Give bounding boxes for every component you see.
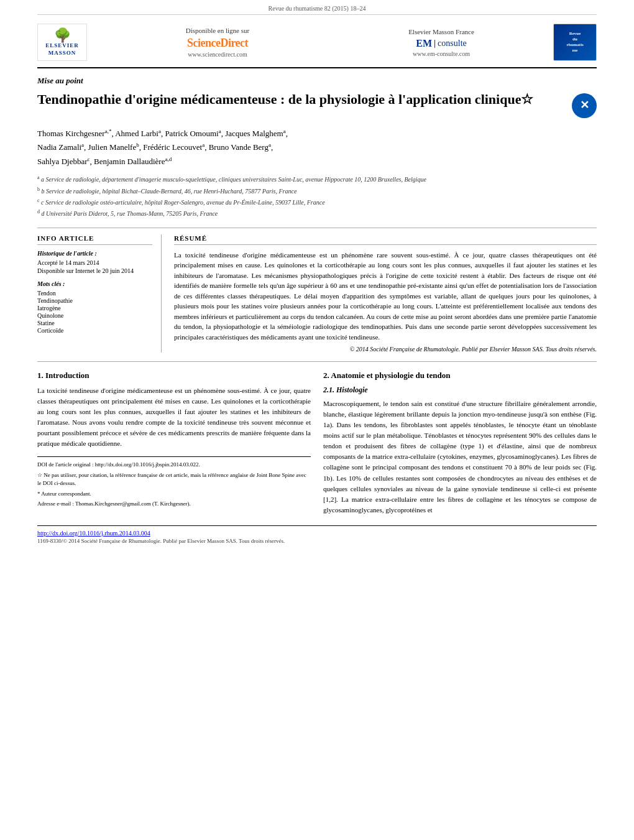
masson-text: MASSON [48,50,76,56]
historique-label: Historique de l'article : [37,250,152,257]
mot-cle-2: Iatrogène [37,305,152,312]
main-title-block: Tendinopathie d'origine médicamenteuse :… [37,91,597,118]
date-accepte: Accepté le 14 mars 2014 [37,259,152,266]
body-right-column: 2. Anatomie et physiologie du tendon 2.1… [323,371,597,520]
elsevier-text: ELSEVIER [45,42,79,48]
header-left: 🌳 ELSEVIER MASSON [37,24,106,61]
resume-copyright: © 2014 Société Française de Rhumatologie… [174,346,597,353]
mot-cle-5: Corticoïde [37,327,152,334]
sciencedirect-block: Disponible en ligne sur ScienceDirect ww… [106,27,329,58]
em-url: www.em-consulte.com [329,50,553,57]
main-title-text: Tendinopathie d'origine médicamenteuse :… [37,91,572,109]
footnote-doi: DOI de l'article original : http://dx.do… [37,461,311,469]
section-divider [37,361,597,362]
affiliation-a: a a Service de radiologie, département d… [37,174,597,184]
article-type: Mise au point [37,76,597,86]
mot-cle-3: Quinolone [37,312,152,319]
elsevier-logo: 🌳 ELSEVIER MASSON [37,24,87,61]
footnote-star-text: ☆ Ne pas utiliser, pour citation, la réf… [37,472,306,487]
crossmark-icon[interactable]: ✕ [572,93,597,118]
mot-cle-4: Statine [37,320,152,326]
histologie-text: Macroscopiquement, le tendon sain est co… [323,399,597,515]
sciencedirect-url: www.sciencedirect.com [106,51,329,58]
author-sahlya: Sahlya Djebbarc, Benjamin Dallaudièrea,d [37,157,172,166]
affiliations-block: a a Service de radiologie, département d… [37,174,597,218]
header-banner: 🌳 ELSEVIER MASSON Disponible en ligne su… [37,20,597,68]
affiliation-a-text: a Service de radiologie, département d'i… [41,177,426,183]
sciencedirect-label: ScienceDirect [106,37,329,50]
mot-cle-0: Tendon [37,290,152,297]
footer-issn: 1169-8330/© 2014 Société Française de Rh… [37,538,597,544]
footnote-area: DOI de l'article original : http://dx.do… [37,456,311,509]
em-text: EM [416,38,432,49]
footer: http://dx.doi.org/10.1016/j.rhum.2014.03… [37,525,597,544]
affiliation-c-text: c Service de radiologie ostéo-articulair… [41,199,325,206]
journal-cover-text: Revuedurhumatisme [564,29,585,55]
journal-label: Revue du rhumatisme 82 (2015) 18–24 [37,0,597,15]
author-nadia: Nadia Zamalia, Julien Manelfeb, Frédéric… [37,142,273,152]
footnote-email: Adresse e-mail : Thomas.Kirchgesner@gmai… [37,500,311,509]
journal-cover: Revuedurhumatisme [553,24,597,61]
elsevier-tree-icon: 🌳 [54,29,71,42]
elsevier-masson-text: Elsevier Masson France [329,28,553,35]
affiliation-b-text: b Service de radiologie, hôpital Bichat–… [42,188,297,195]
affiliation-d-text: d Université Paris Diderot, 5, rue Thoma… [42,211,218,218]
crossmark-symbol: ✕ [580,98,589,113]
mot-cle-1: Tendinopathie [37,297,152,304]
resume-text: La toxicité tendineuse d'origine médicam… [174,250,597,343]
affiliation-c: c c Service de radiologie ostéo-articula… [37,197,597,207]
affiliation-d: d d Université Paris Diderot, 5, rue Tho… [37,208,597,218]
em-consulte-logo: EM | consulte [329,38,553,49]
anatomie-title: 2. Anatomie et physiologie du tendon [323,371,597,381]
intro-title: 1. Introduction [37,371,311,381]
intro-text: La toxicité tendineuse d'origine médicam… [37,385,311,449]
footnote-doi-text: DOI de l'article original : http://dx.do… [37,461,200,468]
body-left-column: 1. Introduction La toxicité tendineuse d… [37,371,311,520]
footer-url[interactable]: http://dx.doi.org/10.1016/j.rhum.2014.03… [37,530,597,537]
resume-heading: RÉSUMÉ [174,234,597,245]
footnote-email-text: Adresse e-mail : Thomas.Kirchgesner@gmai… [37,501,191,507]
info-article-heading: INFO ARTICLE [37,234,152,245]
body-columns: 1. Introduction La toxicité tendineuse d… [37,371,597,520]
mots-cles-label: Mots clés : [37,280,152,287]
author-thomas: Thomas Kirchgesnera,*, Ahmed Larbia, Pat… [37,129,288,138]
footnote-auteur: * Auteur correspondant. [37,490,311,499]
resume-panel: RÉSUMÉ La toxicité tendineuse d'origine … [174,234,597,353]
date-disponible: Disponible sur Internet le 20 juin 2014 [37,267,152,274]
footer-url-link[interactable]: http://dx.doi.org/10.1016/j.rhum.2014.03… [37,530,150,537]
histologie-title: 2.1. Histologie [323,385,597,395]
journal-label-text: Revue du rhumatisme 82 (2015) 18–24 [269,5,366,12]
authors-block: Thomas Kirchgesnera,*, Ahmed Larbia, Pat… [37,127,597,168]
disponible-text: Disponible en ligne sur [106,27,329,34]
title-text: Tendinopathie d'origine médicamenteuse :… [37,91,533,107]
consulte-text: consulte [438,39,467,48]
em-consulte-block: Elsevier Masson France EM | consulte www… [329,28,553,57]
footnote-auteur-text: * Auteur correspondant. [37,491,91,497]
footnote-star: ☆ Ne pas utiliser, pour citation, la réf… [37,471,311,488]
info-article-panel: INFO ARTICLE Historique de l'article : A… [37,234,162,353]
affiliation-b: b b Service de radiologie, hôpital Bicha… [37,186,597,196]
info-resume-block: INFO ARTICLE Historique de l'article : A… [37,228,597,353]
